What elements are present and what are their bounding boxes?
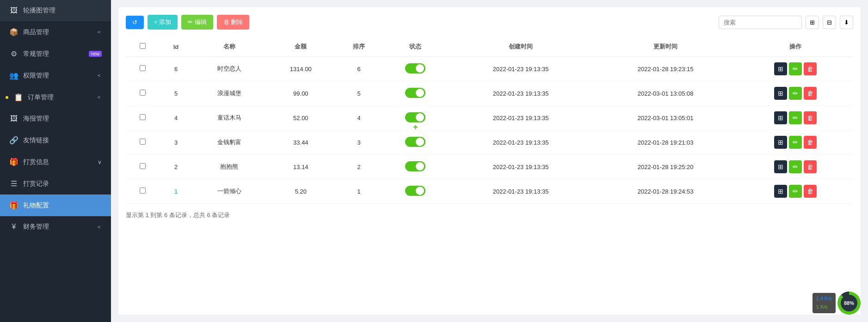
sidebar-item-banner[interactable]: 🖼 轮播图管理 [0, 0, 111, 21]
row-order-4: 4 [335, 106, 382, 130]
row-created-4: 2022-01-23 19:13:35 [449, 106, 593, 130]
row-select-2[interactable] [140, 163, 146, 169]
status-toggle-1[interactable] [405, 186, 425, 196]
new-badge: new [89, 51, 102, 57]
delete-row-button-4[interactable]: 🗑 [804, 111, 817, 124]
status-toggle-6[interactable] [405, 63, 425, 73]
row-created-3: 2022-01-23 19:13:35 [449, 130, 593, 155]
row-status-6 [382, 57, 448, 81]
table-row: 2 抱抱熊 13.14 2 2022-01-23 19:13:35 2022-0… [126, 155, 853, 179]
row-id-2: 2 [160, 155, 192, 179]
move-button-5[interactable]: ⊞ [774, 87, 787, 100]
reward-info-arrow-icon: ∨ [98, 159, 102, 165]
sidebar-item-reward-info[interactable]: 🎁 打赏信息 ∨ [0, 151, 111, 173]
sidebar-label-banner: 轮播图管理 [23, 6, 102, 15]
status-toggle-4[interactable] [405, 112, 425, 122]
col-amount: 金额 [266, 37, 335, 57]
row-select-5[interactable] [140, 90, 146, 96]
sidebar-item-orders[interactable]: 📋 订单管理 ＜ [0, 86, 111, 108]
row-select-3[interactable] [140, 139, 146, 145]
auth-icon: 👥 [9, 71, 18, 80]
delete-row-button-5[interactable]: 🗑 [804, 87, 817, 100]
table-row: 6 时空恋人 1314.00 6 2022-01-23 19:13:35 202… [126, 57, 853, 81]
sidebar-item-finance[interactable]: ¥ 财务管理 ＜ [0, 216, 111, 237]
delete-row-button-2[interactable]: 🗑 [804, 160, 817, 173]
row-name-5: 浪漫城堡 [192, 81, 266, 106]
row-checkbox-1 [126, 179, 160, 204]
search-input[interactable] [719, 16, 802, 29]
move-button-1[interactable]: ⊞ [774, 185, 787, 198]
edit-row-button-5[interactable]: ✏ [789, 87, 802, 100]
select-all-checkbox[interactable] [140, 43, 146, 49]
edit-row-button-6[interactable]: ✏ [789, 62, 802, 75]
row-amount-5: 99.00 [266, 81, 335, 106]
delete-row-button-6[interactable]: 🗑 [804, 62, 817, 75]
add-button[interactable]: + 添加 [148, 15, 178, 30]
move-button-2[interactable]: ⊞ [774, 160, 787, 173]
row-select-4[interactable] [140, 114, 146, 120]
sidebar-item-gift-config[interactable]: 🎁 礼物配置 [0, 194, 111, 216]
status-toggle-3[interactable] [405, 137, 425, 147]
row-status-4: + [382, 106, 448, 130]
row-created-1: 2022-01-23 19:13:35 [449, 179, 593, 204]
row-updated-3: 2022-01-28 19:21:03 [593, 130, 738, 155]
orders-icon: 📋 [14, 93, 23, 102]
grid-view-button[interactable]: ⊟ [823, 16, 836, 29]
edit-button[interactable]: ✏ 编辑 [181, 15, 213, 30]
row-name-1: 一箭倾心 [192, 179, 266, 204]
move-button-6[interactable]: ⊞ [774, 62, 787, 75]
row-actions-3: ⊞ ✏ 🗑 [738, 130, 853, 155]
row-name-2: 抱抱熊 [192, 155, 266, 179]
sidebar-item-goods[interactable]: 📦 商品管理 ＜ [0, 21, 111, 43]
col-actions: 操作 [738, 37, 853, 57]
col-status: 状态 [382, 37, 448, 57]
sidebar-label-orders: 订单管理 [28, 93, 92, 102]
row-id-5: 5 [160, 81, 192, 106]
table-row: 4 童话木马 52.00 4 + 2022-01-23 19:13:35 202… [126, 106, 853, 130]
poster-icon: 🖼 [9, 115, 18, 123]
finance-arrow-icon: ＜ [96, 223, 102, 231]
upload-speed: 1 K/s [816, 303, 832, 311]
row-status-2 [382, 155, 448, 179]
card-view-button[interactable]: ⊞ [806, 16, 819, 29]
orders-arrow-icon: ＜ [96, 93, 102, 101]
orders-dot [6, 96, 8, 99]
status-toggle-2[interactable] [405, 161, 425, 171]
sidebar-label-general: 常规管理 [23, 50, 82, 58]
table-row: 5 浪漫城堡 99.00 5 2022-01-23 19:13:35 2022-… [126, 81, 853, 106]
edit-row-button-2[interactable]: ✏ [789, 160, 802, 173]
row-status-3 [382, 130, 448, 155]
sidebar-item-poster[interactable]: 🖼 海报管理 [0, 108, 111, 129]
edit-row-button-3[interactable]: ✏ [789, 136, 802, 149]
row-amount-6: 1314.00 [266, 57, 335, 81]
move-button-3[interactable]: ⊞ [774, 136, 787, 149]
row-checkbox-2 [126, 155, 160, 179]
edit-row-button-4[interactable]: ✏ [789, 111, 802, 124]
row-actions-6: ⊞ ✏ 🗑 [738, 57, 853, 81]
row-checkbox-5 [126, 81, 160, 106]
sidebar-item-links[interactable]: 🔗 友情链接 [0, 129, 111, 151]
edit-row-button-1[interactable]: ✏ [789, 185, 802, 198]
row-actions-1: ⊞ ✏ 🗑 [738, 179, 853, 204]
sidebar-label-reward-info: 打赏信息 [23, 158, 93, 166]
sidebar-item-general[interactable]: ⚙ 常规管理 new [0, 43, 111, 65]
goods-icon: 📦 [9, 28, 18, 36]
sidebar-label-gift-config: 礼物配置 [23, 201, 102, 210]
status-toggle-5[interactable] [405, 88, 425, 98]
sidebar-item-reward-log[interactable]: ☰ 打赏记录 [0, 173, 111, 194]
row-status-5 [382, 81, 448, 106]
row-select-1[interactable] [140, 188, 146, 194]
sidebar-label-goods: 商品管理 [23, 28, 92, 36]
delete-row-button-3[interactable]: 🗑 [804, 136, 817, 149]
move-button-4[interactable]: ⊞ [774, 111, 787, 124]
reward-log-icon: ☰ [9, 179, 18, 188]
row-select-6[interactable] [140, 65, 146, 71]
refresh-button[interactable]: ↺ [126, 16, 144, 29]
delete-row-button-1[interactable]: 🗑 [804, 185, 817, 198]
delete-button[interactable]: 🗑 删除 [217, 15, 250, 30]
sidebar-item-auth[interactable]: 👥 权限管理 ＜ [0, 65, 111, 86]
network-widget: 1.4 K/s 1 K/s 88% [813, 292, 861, 315]
finance-icon: ¥ [9, 223, 18, 231]
table-header-row: Id 名称 金额 排序 状态 创建时间 更新时间 操作 [126, 37, 853, 57]
export-button[interactable]: ⬇ [840, 16, 853, 29]
